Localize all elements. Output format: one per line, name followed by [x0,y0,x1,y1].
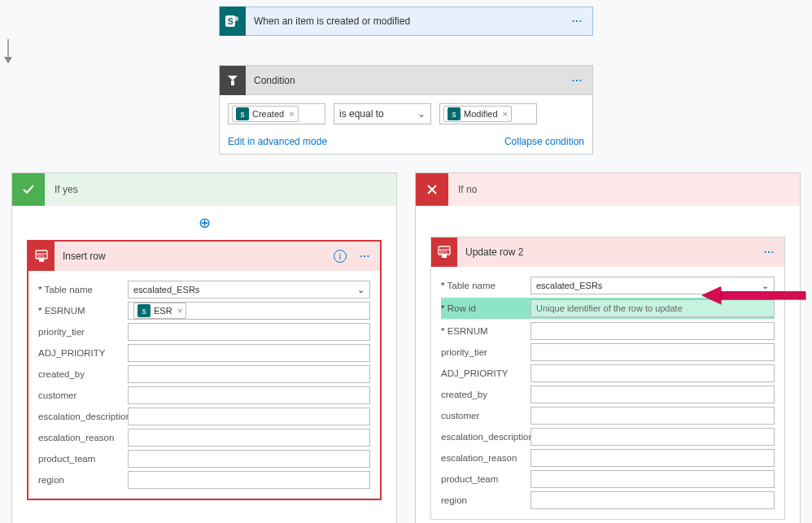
remove-token-icon[interactable]: × [289,109,294,119]
condition-header[interactable]: Condition ··· [220,66,592,95]
escalation-description-input[interactable] [530,428,775,446]
chevron-down-icon: ⌄ [417,108,426,120]
region-input[interactable] [128,471,370,489]
edit-advanced-link[interactable]: Edit in advanced mode [228,136,327,147]
svg-marker-4 [4,57,12,63]
token-label: Modified [464,109,498,119]
row-id-input[interactable]: Unique identifier of the row to update [530,299,775,317]
customer-input[interactable] [128,386,370,404]
esrnum-input[interactable] [530,322,775,340]
update-row-header[interactable]: SQL Update row 2 ··· [431,238,784,267]
update-row-card: SQL Update row 2 ··· * Table name escala… [430,237,785,520]
adj-priority-input[interactable] [128,344,370,362]
svg-rect-7 [39,259,44,262]
close-icon [416,173,448,206]
svg-text:SQL: SQL [440,250,448,255]
condition-right-input[interactable]: s Modified × [439,103,537,124]
update-row-title: Update row 2 [457,246,754,258]
token-created[interactable]: s Created × [232,106,299,122]
field-row-esrnum: * ESRNUM s ESR × [38,302,370,320]
trigger-card[interactable]: S When an item is created or modified ··… [219,7,593,36]
remove-token-icon[interactable]: × [503,109,508,119]
token-modified[interactable]: s Modified × [443,106,512,122]
escalation-description-input[interactable] [128,408,370,425]
escalation-reason-input[interactable] [530,449,775,467]
if-no-label: If no [448,184,477,195]
insert-row-body: * Table name escalated_ESRs ⌄ * ESRNUM s… [28,271,380,499]
sharepoint-token-icon: s [138,304,151,317]
field-label: * ESRNUM [38,306,128,316]
field-label: * Table name [441,281,530,290]
field-row: escalation_reason [441,449,775,467]
if-yes-branch: If yes ⊕ SQL Insert row i ··· * Table na… [11,172,397,523]
svg-text:S: S [228,17,234,26]
field-row: customer [38,386,370,404]
insert-row-menu-button[interactable]: ··· [350,251,380,262]
product-team-input[interactable] [530,470,775,488]
sharepoint-token-icon: s [447,107,461,120]
svg-point-2 [234,16,238,21]
insert-row-title: Insert row [55,251,334,262]
field-row: region [441,491,775,509]
customer-input[interactable] [530,407,775,425]
product-team-input[interactable] [128,450,370,468]
field-row: ADJ_PRIORITY [38,344,370,362]
field-row-esrnum: * ESRNUM [441,322,775,340]
field-row: region [38,471,370,489]
table-name-dropdown[interactable]: escalated_ESRs ⌄ [128,281,370,299]
svg-rect-16 [442,255,447,258]
field-row-table-name: * Table name escalated_ESRs ⌄ [38,281,370,299]
field-row: created_by [38,365,370,383]
if-no-header: If no [416,173,800,206]
sql-icon: SQL [431,238,457,267]
collapse-condition-link[interactable]: Collapse condition [504,136,584,147]
condition-icon [220,66,246,95]
condition-title: Condition [246,75,562,86]
field-row: escalation_description [38,408,370,425]
field-row: customer [441,407,775,425]
region-input[interactable] [530,491,775,509]
chevron-down-icon: ⌄ [357,285,365,295]
insert-row-card: SQL Insert row i ··· * Table name escala… [27,240,382,500]
remove-token-icon[interactable]: × [177,306,182,316]
priority-tier-input[interactable] [128,323,370,341]
created-by-input[interactable] [128,365,370,383]
created-by-input[interactable] [530,386,775,403]
chevron-down-icon: ⌄ [762,281,769,291]
field-label: * Table name [38,285,128,294]
update-row-body: * Table name escalated_ESRs ⌄ * Row id U… [431,267,784,519]
check-icon [12,173,45,206]
field-row: ADJ_PRIORITY [441,364,775,382]
if-yes-header: If yes [12,173,396,206]
connector-arrow [0,39,812,63]
insert-row-header[interactable]: SQL Insert row i ··· [28,242,380,271]
add-step-button[interactable]: ⊕ [12,206,396,235]
field-row: priority_tier [38,323,370,341]
svg-text:SQL: SQL [37,254,46,259]
info-icon[interactable]: i [334,250,347,263]
field-row: escalation_reason [38,429,370,447]
sql-icon: SQL [28,242,55,271]
field-row-row-id: * Row id Unique identifier of the row to… [441,298,775,319]
esrnum-input[interactable]: s ESR × [128,302,370,320]
field-label: * ESRNUM [441,326,530,336]
update-row-menu-button[interactable]: ··· [754,246,784,258]
token-esr[interactable]: s ESR × [133,303,186,319]
field-row: priority_tier [441,343,775,361]
if-no-branch: If no SQL Update row 2 ··· * Table name … [415,172,801,523]
condition-menu-button[interactable]: ··· [562,75,592,86]
field-row-table-name: * Table name escalated_ESRs ⌄ [441,277,775,294]
condition-card: Condition ··· s Created × is equal to ⌄ … [219,65,593,155]
token-label: ESR [154,306,172,316]
adj-priority-input[interactable] [530,364,775,382]
escalation-reason-input[interactable] [128,429,370,447]
condition-operator-dropdown[interactable]: is equal to ⌄ [334,103,431,124]
priority-tier-input[interactable] [530,343,775,361]
table-name-dropdown[interactable]: escalated_ESRs ⌄ [530,277,775,294]
trigger-menu-button[interactable]: ··· [562,15,592,27]
condition-left-input[interactable]: s Created × [228,103,325,124]
field-row: escalation_description [441,428,775,446]
condition-body: s Created × is equal to ⌄ s Modified × [220,95,592,133]
branches-container: If yes ⊕ SQL Insert row i ··· * Table na… [11,172,801,523]
if-yes-label: If yes [45,184,78,195]
